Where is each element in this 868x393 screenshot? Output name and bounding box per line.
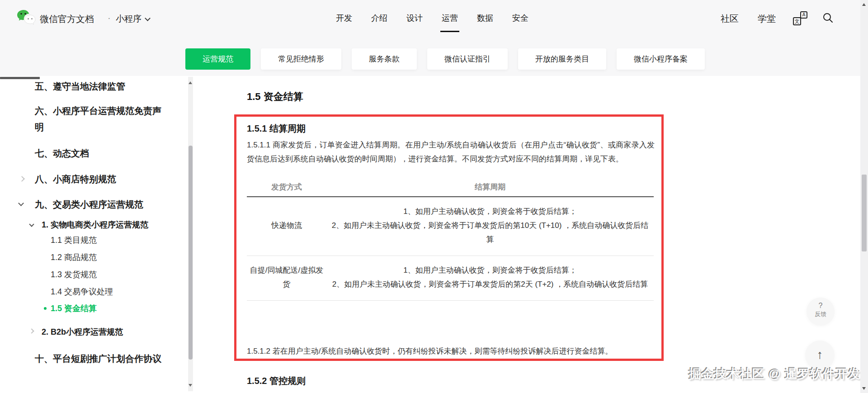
col-header-shipping-method: 发货方式	[247, 178, 326, 197]
paragraph-1512: 1.5.1.2 若在用户主动/系统自动确认收货时，仍有纠纷投诉未解决，则需等待纠…	[247, 345, 655, 358]
question-mark-icon: ?	[807, 302, 835, 310]
paragraph-1511: 1.5.1.1 商家发货后，订单资金进入结算周期。在用户主动/系统自动确认收货后…	[247, 138, 655, 166]
nav-item-operation[interactable]: 运营	[442, 0, 458, 36]
sidebar-item-9-trade-spec[interactable]: 九、交易类小程序运营规范	[35, 196, 167, 213]
table-header-row: 发货方式 结算周期	[247, 178, 654, 197]
sidebar-item-7-dynamic-doc[interactable]: 七、动态文档	[35, 145, 167, 161]
chevron-down-icon[interactable]	[18, 200, 24, 206]
next-section-title: 1.5.2 管控规则	[247, 375, 306, 387]
page-scrollbar-thumb[interactable]	[862, 175, 867, 251]
toc-sidebar: 五、遵守当地法律监管 六、小程序平台运营规范免责声明 七、动态文档 八、小商店特…	[0, 76, 194, 393]
table-row: 快递物流 1、如用户主动确认收货，则资金将于收货后结算； 2、如用户未主动确认收…	[247, 197, 654, 256]
scroll-down-arrow-icon[interactable]	[862, 387, 866, 390]
nav-item-design[interactable]: 设计	[406, 0, 423, 36]
sidebar-item-2-b2b[interactable]: 2. B2b小程序运营规范	[42, 326, 177, 338]
nav-link-community[interactable]: 社区	[721, 13, 739, 25]
scroll-up-arrow-icon[interactable]	[189, 81, 192, 84]
sidebar-item-6-disclaimer[interactable]: 六、小程序平台运营规范免责声明	[35, 103, 167, 135]
translate-icon[interactable]: A 文	[792, 11, 807, 25]
main-nav: 开发 介绍 设计 运营 数据 安全	[336, 0, 528, 36]
scroll-up-arrow-icon[interactable]	[862, 3, 866, 6]
sidebar-item-1-physical-ecommerce[interactable]: 1. 实物电商类小程序运营规范	[42, 219, 177, 231]
sidebar-item-8-ministore[interactable]: 八、小商店特别规范	[35, 171, 167, 187]
search-icon[interactable]	[822, 12, 835, 24]
scroll-down-arrow-icon[interactable]	[189, 384, 192, 387]
page-scrollbar[interactable]	[860, 0, 868, 393]
title-separator: ·	[108, 13, 111, 23]
cell-period-pickup: 1、如用户主动确认收货，则资金将于收货后结算； 2、如用户未主动确认收货，则资金…	[326, 256, 654, 301]
sidebar-scrollbar[interactable]	[188, 77, 193, 391]
wechat-docs-page: 微信官方文档 · 小程序 开发 介绍 设计 运营 数据 安全 社区 学堂 A 文…	[0, 0, 868, 393]
wechat-bubbles-icon	[16, 9, 36, 27]
clipped-sidebar-item	[0, 77, 40, 79]
sidebar-item-1-3-shipping[interactable]: 1.3 发货规范	[51, 269, 182, 280]
watermark: 掘金技术社区 @ 暹罗软件开发	[689, 366, 861, 382]
nav-item-data[interactable]: 数据	[477, 0, 493, 36]
translate-back-glyph: A	[800, 11, 807, 19]
sidebar-scrollbar-thumb[interactable]	[189, 146, 193, 360]
product-switcher[interactable]: 小程序	[116, 13, 142, 25]
sidebar-item-1-5-settlement[interactable]: 1.5 资金结算	[51, 303, 182, 314]
feedback-label: 反馈	[807, 310, 835, 318]
table-row: 自提/同城配送/虚拟发货 1、如用户主动确认收货，则资金将于收货后结算； 2、如…	[247, 256, 654, 301]
sidebar-item-1-2-goods[interactable]: 1.2 商品规范	[51, 251, 182, 263]
sidebar-item-10-short-drama[interactable]: 十、平台短剧推广计划合作协议	[35, 350, 167, 367]
tab-rejection-cases[interactable]: 常见拒绝情形	[261, 48, 341, 70]
arrow-up-icon: ↑	[817, 348, 823, 361]
cell-method-express: 快递物流	[247, 197, 326, 256]
tab-open-categories[interactable]: 开放的服务类目	[518, 48, 606, 70]
active-item-bullet	[44, 307, 47, 310]
cell-period-express: 1、如用户主动确认收货，则资金将于收货后结算； 2、如用户未主动确认收货，则资金…	[326, 197, 654, 256]
period-line-1: 1、如用户主动确认收货，则资金将于收货后结算；	[329, 263, 651, 277]
cell-method-pickup: 自提/同城配送/虚拟发货	[247, 256, 326, 301]
doc-tabs: 运营规范 常见拒绝情形 服务条款 微信认证指引 开放的服务类目 微信小程序备案	[185, 48, 705, 70]
site-title[interactable]: 微信官方文档	[40, 13, 94, 25]
translate-front-glyph: 文	[793, 17, 801, 25]
nav-item-develop[interactable]: 开发	[336, 0, 352, 36]
chevron-right-icon[interactable]	[29, 328, 34, 333]
nav-link-classroom[interactable]: 学堂	[758, 13, 776, 25]
chevron-down-icon[interactable]	[145, 15, 151, 21]
top-header: 微信官方文档 · 小程序 开发 介绍 设计 运营 数据 安全 社区 学堂 A 文…	[0, 0, 868, 76]
settlement-table: 发货方式 结算周期 快递物流 1、如用户主动确认收货，则资金将于收货后结算； 2…	[247, 178, 654, 301]
sidebar-item-5-local-law[interactable]: 五、遵守当地法律监管	[35, 78, 167, 95]
tab-operation-spec[interactable]: 运营规范	[185, 48, 250, 70]
section-title: 1.5 资金结算	[247, 90, 303, 104]
period-line-1: 1、如用户主动确认收货，则资金将于收货后结算；	[329, 204, 651, 218]
chevron-down-icon[interactable]	[29, 222, 34, 227]
chevron-right-icon[interactable]	[19, 176, 25, 182]
feedback-button[interactable]: ? 反馈	[807, 298, 835, 326]
tab-miniprogram-filing[interactable]: 微信小程序备案	[617, 48, 705, 70]
sidebar-item-1-4-dispute[interactable]: 1.4 交易争议处理	[51, 286, 182, 298]
tab-verification-guide[interactable]: 微信认证指引	[427, 48, 508, 70]
nav-item-security[interactable]: 安全	[512, 0, 528, 36]
subsection-title: 1.5.1 结算周期	[247, 123, 306, 135]
sidebar-item-1-1-category[interactable]: 1.1 类目规范	[51, 234, 182, 246]
tab-terms-of-service[interactable]: 服务条款	[352, 48, 417, 70]
wechat-logo[interactable]	[16, 8, 36, 28]
col-header-settlement-period: 结算周期	[326, 178, 654, 197]
period-line-2: 2、如用户未主动确认收货，则资金将于订单发货后的第10天 (T+10) ，系统自…	[329, 218, 651, 246]
period-line-2: 2、如用户未主动确认收货，则资金将于订单发货后的第2天 (T+2) ，系统自动确…	[329, 277, 651, 291]
nav-item-intro[interactable]: 介绍	[371, 0, 387, 36]
